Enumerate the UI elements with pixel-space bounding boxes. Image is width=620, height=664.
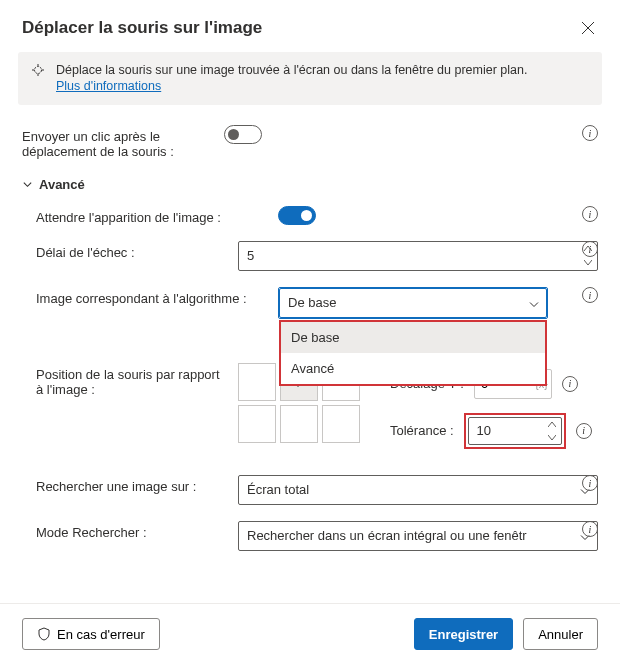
fail-delay-input[interactable]: 5 <box>238 241 598 271</box>
chevron-down-icon <box>22 179 33 190</box>
algorithm-label: Image correspondant à l'algorithme : <box>36 287 266 306</box>
spin-down[interactable] <box>579 256 597 270</box>
fail-delay-label: Délai de l'échec : <box>36 241 226 260</box>
close-button[interactable] <box>578 18 598 38</box>
target-icon <box>30 62 46 81</box>
spin-up[interactable] <box>543 418 561 431</box>
pos-cell-bl[interactable] <box>238 405 276 443</box>
search-on-label: Rechercher une image sur : <box>36 475 226 494</box>
dialog-title: Déplacer la souris sur l'image <box>22 18 262 38</box>
send-click-toggle[interactable] <box>224 125 262 144</box>
svg-point-0 <box>35 67 42 74</box>
info-icon[interactable]: i <box>582 206 598 223</box>
wait-appear-toggle[interactable] <box>278 206 316 225</box>
tolerance-label: Tolérance : <box>390 423 454 438</box>
send-click-label: Envoyer un clic après le déplacement de … <box>22 125 212 159</box>
save-label: Enregistrer <box>429 627 498 642</box>
info-icon[interactable]: i <box>582 125 598 142</box>
info-icon[interactable]: i <box>582 475 598 492</box>
banner-text: Déplace la souris sur une image trouvée … <box>56 63 527 77</box>
save-button[interactable]: Enregistrer <box>414 618 513 650</box>
on-error-button[interactable]: En cas d'erreur <box>22 618 160 650</box>
pos-cell-tl[interactable] <box>238 363 276 401</box>
info-icon[interactable]: i <box>562 375 578 392</box>
advanced-title: Avancé <box>39 177 85 192</box>
more-info-link[interactable]: Plus d'informations <box>56 79 161 93</box>
chevron-down-icon <box>529 295 539 310</box>
mouse-position-label: Position de la souris par rapport à l'im… <box>36 363 226 397</box>
cancel-label: Annuler <box>538 627 583 642</box>
algorithm-dropdown: De base Avancé <box>279 320 547 386</box>
algorithm-option-advanced[interactable]: Avancé <box>281 353 545 384</box>
info-icon[interactable]: i <box>582 287 598 304</box>
advanced-section-toggle[interactable]: Avancé <box>22 167 598 198</box>
search-mode-select[interactable]: Rechercher dans un écran intégral ou une… <box>238 521 598 551</box>
search-mode-label: Mode Rechercher : <box>36 521 226 540</box>
spin-down[interactable] <box>543 431 561 444</box>
info-icon[interactable]: i <box>582 521 598 538</box>
on-error-label: En cas d'erreur <box>57 627 145 642</box>
pos-cell-br[interactable] <box>322 405 360 443</box>
algorithm-option-basic[interactable]: De base <box>281 322 545 353</box>
info-icon[interactable]: i <box>576 422 592 439</box>
search-on-select[interactable]: Écran total <box>238 475 598 505</box>
shield-icon <box>37 627 51 641</box>
info-banner: Déplace la souris sur une image trouvée … <box>18 52 602 105</box>
pos-cell-bc[interactable] <box>280 405 318 443</box>
algorithm-select[interactable]: De base <box>279 288 547 318</box>
cancel-button[interactable]: Annuler <box>523 618 598 650</box>
info-icon[interactable]: i <box>582 241 598 258</box>
wait-appear-label: Attendre l'apparition de l'image : <box>36 206 266 225</box>
close-icon <box>581 21 595 35</box>
